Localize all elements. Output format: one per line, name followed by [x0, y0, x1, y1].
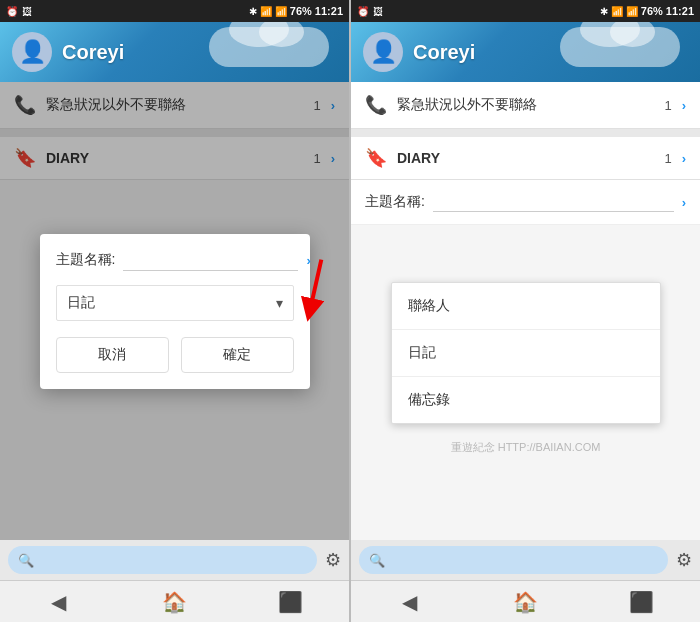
right-alarm-icon: ⏰	[357, 6, 369, 17]
right-content: 📞 緊急狀況以外不要聯絡 1 › 🔖 DIARY 1 › 主題名稱: › 聯絡人…	[351, 82, 700, 540]
left-status-right: ✱ 📶 📶 76% 11:21	[249, 5, 343, 17]
left-header-cloud	[209, 27, 329, 67]
left-home-button[interactable]: 🏠	[149, 581, 199, 622]
right-signal-icon: 📶	[626, 6, 638, 17]
right-header: 👤 Coreyi	[351, 22, 700, 82]
signal-icon: 📶	[275, 6, 287, 17]
right-header-name: Coreyi	[413, 41, 475, 64]
right-dropdown-item-diary[interactable]: 日記	[392, 330, 660, 377]
left-dialog-select[interactable]: 日記 ▾	[56, 285, 294, 321]
right-dropdown[interactable]: 聯絡人 日記 備忘錄	[391, 282, 661, 424]
left-dialog: 主題名稱: › 日記 ▾	[40, 234, 310, 389]
chevron-down-icon: ▾	[276, 295, 283, 311]
wifi-icon: 📶	[260, 6, 272, 17]
right-diary-header[interactable]: 🔖 DIARY 1 ›	[351, 137, 700, 180]
right-diary-title: DIARY	[397, 150, 654, 166]
right-theme-arrow: ›	[682, 195, 686, 210]
left-back-button[interactable]: ◀	[33, 581, 83, 622]
right-dropdown-item-memo[interactable]: 備忘錄	[392, 377, 660, 423]
left-time: 11:21	[315, 5, 343, 17]
right-diary-badge: 1	[664, 151, 671, 166]
left-header: 👤 Coreyi	[0, 22, 349, 82]
right-wifi-icon: 📶	[611, 6, 623, 17]
right-avatar: 👤	[363, 32, 403, 72]
right-phone-arrow: ›	[682, 98, 686, 113]
right-back-button[interactable]: ◀	[384, 581, 434, 622]
left-status-bar: ⏰ 🖼 ✱ 📶 📶 76% 11:21	[0, 0, 349, 22]
right-status-right: ✱ 📶 📶 76% 11:21	[600, 5, 694, 17]
right-section-gap	[351, 129, 700, 137]
right-watermark: 重遊紀念 HTTP://BAIIAN.COM	[351, 440, 700, 455]
left-dialog-theme-row: 主題名稱: ›	[56, 250, 294, 271]
left-battery: 76%	[290, 5, 312, 17]
left-cancel-button[interactable]: 取消	[56, 337, 169, 373]
right-home-button[interactable]: 🏠	[500, 581, 550, 622]
left-content: 📞 緊急狀況以外不要聯絡 1 › 🔖 DIARY 1 › 主題名稱: › 日記	[0, 82, 349, 540]
right-phone-text: 緊急狀況以外不要聯絡	[397, 96, 654, 114]
right-avatar-icon: 👤	[370, 39, 397, 65]
image-icon: 🖼	[22, 6, 32, 17]
left-dialog-label: 主題名稱:	[56, 251, 116, 269]
right-recent-button[interactable]: ⬛	[617, 581, 667, 622]
left-nav-bar: ◀ 🏠 ⬛	[0, 580, 349, 622]
right-image-icon: 🖼	[373, 6, 383, 17]
alarm-icon: ⏰	[6, 6, 18, 17]
left-recent-button[interactable]: ⬛	[266, 581, 316, 622]
right-phone-icon: 📞	[365, 94, 387, 116]
right-diary-icon: 🔖	[365, 147, 387, 169]
left-search-box[interactable]: 🔍	[8, 546, 317, 574]
right-theme-input[interactable]	[433, 192, 674, 212]
right-phone-badge: 1	[664, 98, 671, 113]
right-bottom-bar: 🔍 ⚙	[351, 540, 700, 580]
left-confirm-button[interactable]: 確定	[181, 337, 294, 373]
right-dropdown-item-contacts[interactable]: 聯絡人	[392, 283, 660, 330]
left-dialog-buttons: 取消 確定	[56, 337, 294, 373]
left-search-icon: 🔍	[18, 553, 34, 568]
left-status-icons: ⏰ 🖼	[6, 6, 32, 17]
left-dialog-input[interactable]	[123, 250, 298, 271]
right-header-cloud	[560, 27, 680, 67]
left-select-value: 日記	[67, 294, 276, 312]
right-phone-item[interactable]: 📞 緊急狀況以外不要聯絡 1 ›	[351, 82, 700, 129]
right-theme-row: 主題名稱: ›	[351, 180, 700, 225]
right-search-icon: 🔍	[369, 553, 385, 568]
left-avatar: 👤	[12, 32, 52, 72]
bluetooth-icon: ✱	[249, 6, 257, 17]
left-dialog-input-arrow: ›	[306, 253, 310, 268]
right-bluetooth-icon: ✱	[600, 6, 608, 17]
right-status-bar: ⏰ 🖼 ✱ 📶 📶 76% 11:21	[351, 0, 700, 22]
left-settings-icon[interactable]: ⚙	[325, 549, 341, 571]
right-panel: ⏰ 🖼 ✱ 📶 📶 76% 11:21 👤 Coreyi 📞 緊急狀況以外不要聯…	[350, 0, 700, 622]
right-theme-label: 主題名稱:	[365, 193, 425, 211]
right-search-box[interactable]: 🔍	[359, 546, 668, 574]
right-nav-bar: ◀ 🏠 ⬛	[351, 580, 700, 622]
left-avatar-icon: 👤	[19, 39, 46, 65]
right-status-icons: ⏰ 🖼	[357, 6, 383, 17]
right-settings-icon[interactable]: ⚙	[676, 549, 692, 571]
right-diary-arrow: ›	[682, 151, 686, 166]
left-panel: ⏰ 🖼 ✱ 📶 📶 76% 11:21 👤 Coreyi 📞 緊急狀況以外不要聯…	[0, 0, 350, 622]
right-battery: 76%	[641, 5, 663, 17]
left-header-name: Coreyi	[62, 41, 124, 64]
left-dialog-overlay: 主題名稱: › 日記 ▾	[0, 82, 349, 540]
right-time: 11:21	[666, 5, 694, 17]
left-bottom-bar: 🔍 ⚙	[0, 540, 349, 580]
